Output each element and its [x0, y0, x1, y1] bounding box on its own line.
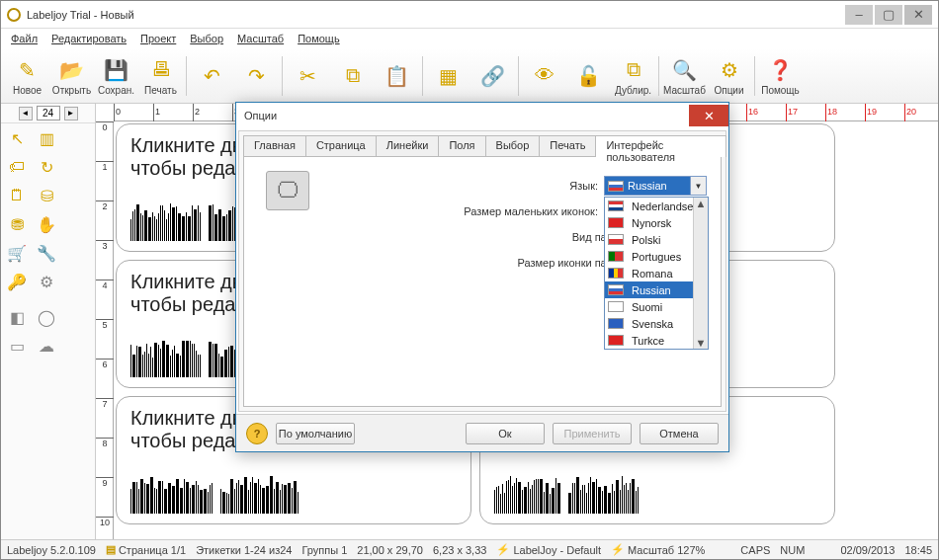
dialog-titlebar[interactable]: Опции ✕ — [236, 103, 728, 128]
scroll-up-icon[interactable]: ▲ — [696, 198, 707, 209]
ruler-tick: 8 — [96, 438, 114, 448]
tool-wrench-icon[interactable]: 🔧 — [35, 242, 58, 264]
tool-rect-icon[interactable]: ▭ — [5, 335, 29, 357]
toolbar-zoom[interactable]: 🔍Масштаб — [662, 50, 707, 102]
dropdown-scrollbar[interactable]: ▲▼ — [693, 198, 708, 349]
flag-icon — [608, 268, 624, 279]
ruler-tick: 2 — [96, 200, 114, 211]
toolbar-connect[interactable]: 🔗 — [470, 50, 515, 102]
minimize-button[interactable]: – — [845, 5, 873, 25]
flag-icon — [608, 217, 624, 228]
tool-tag-icon[interactable]: 🏷 — [5, 156, 29, 178]
flag-icon — [608, 284, 624, 295]
toolbar-help[interactable]: ❓Помощь — [758, 50, 803, 102]
open-icon: 📂 — [58, 56, 86, 84]
toolbar-options[interactable]: ⚙Опции — [707, 50, 751, 102]
toolbar-separator — [282, 56, 283, 96]
lang-combo-value: Russian — [628, 180, 667, 192]
menu-select[interactable]: Выбор — [184, 31, 229, 46]
menu-file[interactable]: Файл — [5, 31, 43, 46]
tool-note-icon[interactable]: 🗒 — [5, 185, 29, 206]
status-page: Страница 1/1 — [119, 544, 186, 556]
toolbar-copy[interactable]: ⧉ — [330, 50, 375, 102]
toolbar-print[interactable]: 🖶Печать — [138, 50, 183, 102]
page-icon: ▤ — [106, 543, 116, 556]
menu-project[interactable]: Проект — [134, 31, 182, 46]
app-logo-icon — [7, 8, 21, 22]
cut-icon: ✂ — [295, 62, 322, 90]
tool-db-icon[interactable]: ⛁ — [35, 185, 58, 206]
lang-option-label: Suomi — [632, 301, 662, 313]
ok-button[interactable]: Ок — [466, 423, 545, 444]
tool-disk-icon[interactable]: ⛃ — [5, 213, 29, 235]
tab-rulers[interactable]: Линейки — [376, 135, 440, 157]
apply-button[interactable]: Применить — [553, 423, 632, 444]
tool-gear2-icon[interactable]: ⚙ — [35, 271, 58, 292]
toolbar-lock[interactable]: 🔓 — [566, 50, 611, 102]
ruler-tick: 6 — [96, 359, 114, 369]
ruler-tick: 0 — [96, 121, 114, 132]
maximize-button[interactable]: ▢ — [875, 5, 902, 25]
tool-key-icon[interactable]: 🔑 — [5, 271, 29, 292]
menu-zoom[interactable]: Масштаб — [231, 31, 290, 46]
paste-icon: 📋 — [384, 62, 411, 90]
toolbar-separator — [658, 56, 659, 96]
menu-bar: Файл Редактировать Проект Выбор Масштаб … — [1, 29, 938, 48]
toolbar-new[interactable]: ✎Новое — [5, 50, 49, 102]
toolbar-duplicate[interactable]: ⧉Дублир. — [611, 50, 655, 102]
ruler-tick: 4 — [96, 280, 114, 290]
tool-turn-icon[interactable]: ↻ — [35, 156, 58, 178]
chevron-down-icon[interactable]: ▼ — [690, 177, 706, 195]
tab-main[interactable]: Главная — [243, 135, 306, 157]
tool-cursor-icon[interactable]: ↖ — [5, 127, 29, 149]
tab-page[interactable]: Страница — [305, 135, 377, 157]
tool-shape-icon[interactable]: ◧ — [5, 306, 29, 328]
dialog-footer: ? По умолчанию Ок Применить Отмена — [236, 414, 728, 451]
lang-option-label: Nynorsk — [632, 217, 671, 229]
titlebar: Labeljoy Trial - Новый – ▢ ✕ — [1, 1, 938, 29]
tab-print[interactable]: Печать — [539, 135, 596, 157]
defaults-button[interactable]: По умолчанию — [276, 423, 355, 444]
toolbar-selectall[interactable]: ▦ — [426, 50, 470, 102]
tab-ui[interactable]: Интерфейс пользователя — [595, 135, 726, 157]
tool-barcode-icon[interactable]: ▥ — [35, 127, 58, 149]
barcode — [130, 203, 201, 241]
scroll-down-icon[interactable]: ▼ — [696, 337, 707, 349]
toolbar-preview[interactable]: 👁 — [522, 50, 566, 102]
tool-cloud-icon[interactable]: ☁ — [35, 335, 58, 357]
tool-circle-icon[interactable]: ◯ — [35, 306, 58, 328]
help-button[interactable]: ? — [246, 423, 268, 444]
tool-hand-icon[interactable]: ✋ — [35, 213, 58, 235]
close-button[interactable]: ✕ — [904, 5, 932, 25]
toolbar-undo[interactable]: ↶ — [190, 50, 234, 102]
cancel-button[interactable]: Отмена — [640, 423, 719, 444]
main-toolbar: ✎Новое 📂Открыть 💾Сохран. 🖶Печать ↶ ↷ ✂ ⧉… — [1, 48, 938, 104]
copy-icon: ⧉ — [339, 62, 367, 90]
ruler-tick: 10 — [96, 517, 114, 527]
toolbar-paste[interactable]: 📋 — [375, 50, 419, 102]
lang-combo[interactable]: Russian ▼ NederlandseNynorskPolskiPortug… — [604, 176, 707, 196]
toolbar-separator — [186, 56, 187, 96]
flag-icon — [608, 335, 624, 346]
lang-option-label: Portugues — [632, 251, 681, 263]
status-bar: Labeljoy 5.2.0.109 ▤Страница 1/1 Этикетк… — [1, 539, 938, 559]
dialog-close-button[interactable]: ✕ — [689, 105, 728, 126]
menu-edit[interactable]: Редактировать — [45, 31, 132, 46]
page-next[interactable]: ► — [64, 107, 78, 120]
menu-help[interactable]: Помощь — [292, 31, 346, 46]
toolbar-separator — [422, 56, 423, 96]
page-selector: ◄ ► — [1, 104, 95, 123]
status-num: NUM — [780, 544, 805, 556]
toolbar-open[interactable]: 📂Открыть — [49, 50, 94, 102]
toolbar-redo[interactable]: ↷ — [234, 50, 279, 102]
tab-select[interactable]: Выбор — [485, 135, 541, 157]
tool-cart-icon[interactable]: 🛒 — [5, 242, 29, 264]
toolbar-save[interactable]: 💾Сохран. — [94, 50, 138, 102]
page-prev[interactable]: ◄ — [19, 107, 33, 120]
barcode — [220, 476, 299, 514]
page-number-input[interactable] — [37, 106, 60, 120]
tab-margins[interactable]: Поля — [438, 135, 485, 157]
toolbar-cut[interactable]: ✂ — [286, 50, 330, 102]
dialog-title: Опции — [244, 110, 277, 121]
ruler-tick: 20 — [904, 104, 916, 121]
